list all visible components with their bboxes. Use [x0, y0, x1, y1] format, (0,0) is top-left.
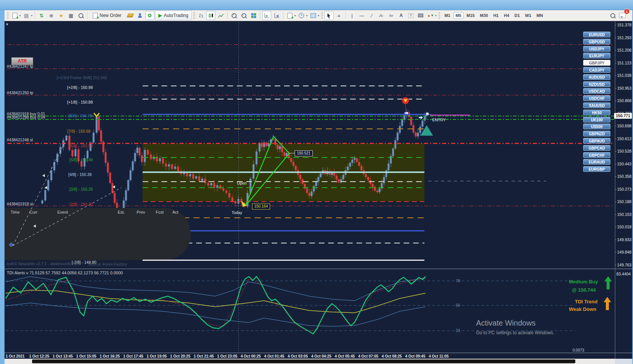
order-label[interactable]: #438401918 sl: [7, 202, 33, 206]
symbol-button-nzdusd[interactable]: NZDUSD: [583, 81, 610, 87]
news-column-header: Fcst: [156, 210, 164, 214]
today-label: Today: [232, 210, 242, 215]
scrollbar-thumb[interactable]: [32, 359, 575, 363]
symbol-button-gbpjpy[interactable]: GBPJPY: [583, 60, 610, 66]
order-sl-line[interactable]: [8, 206, 614, 206]
price-scale-label: 150.018: [617, 225, 631, 229]
time-axis-label: 4 Oct 03:05: [288, 354, 308, 358]
time-axis-label: 4 Oct 04:25: [311, 354, 331, 358]
time-axis-label: 1 Oct 23:05: [217, 354, 237, 358]
time-axis-label: 1 Oct 2021: [6, 354, 25, 358]
price-scale-label: 149.933: [617, 237, 631, 242]
price-scale-label: 151.038: [617, 73, 631, 78]
news-column-header: Act: [172, 210, 178, 214]
price-scale-label: 149.848: [617, 250, 631, 254]
news-column-header: Prev: [137, 210, 145, 214]
scale-divider[interactable]: [615, 21, 615, 359]
order-sl-line[interactable]: [8, 143, 614, 144]
time-axis-label: 4 Oct 05:45: [335, 354, 355, 358]
time-axis-label: 1 Oct 16:25: [100, 354, 120, 358]
buy-entry-arrow[interactable]: [420, 125, 433, 136]
murrey-level-label: [4/8] - 150.39: [68, 172, 92, 177]
symbol-button-xauusd[interactable]: XAUUSD: [583, 102, 610, 108]
symbol-button-usdcad[interactable]: USDCAD: [583, 88, 610, 94]
time-axis-label: 1 Oct 13:45: [53, 354, 73, 358]
news-column-header: Est.: [118, 210, 125, 214]
signal-line[interactable]: [430, 115, 470, 116]
murrey-level-label: [3/8] - 150.29: [69, 187, 93, 191]
price-scale-label: 150.698: [617, 124, 631, 128]
price-scale-label: 150.188: [617, 199, 631, 204]
symbol-button-gbpaud[interactable]: GBPAUD: [583, 138, 610, 144]
order-tp-line[interactable]: [8, 95, 614, 95]
activate-windows-watermark: Activate Windows: [476, 319, 536, 327]
murrey-level-label: [+1/8] - 150.88: [67, 100, 93, 104]
tdi-level-line: [6, 281, 575, 281]
price-scale-label: 151.293: [617, 35, 631, 40]
symbol-button-gbpcad[interactable]: GBPCAD: [583, 145, 610, 151]
today-separator-line[interactable]: [238, 23, 239, 352]
symbol-button-gbpnzd[interactable]: GBPNZD: [583, 131, 610, 136]
extended-level-line[interactable]: [428, 181, 546, 181]
symbol-button-audusd[interactable]: AUDUSD: [583, 74, 610, 80]
news-panel: [5, 208, 191, 260]
order-label[interactable]: #438421250 tp: [7, 90, 33, 95]
activate-windows-watermark-sub: Go to PC settings to activate Windows.: [476, 330, 554, 335]
tdi-level-label: 50: [456, 303, 460, 307]
atr-button[interactable]: ATR: [11, 57, 33, 65]
price-tag-low[interactable]: 150.164: [252, 203, 270, 210]
entry-label[interactable]: ENTRY: [432, 118, 446, 122]
news-column-header: Time: [11, 210, 20, 214]
icefx-credit-label: IceFX NewsInfo v2.7.1 - darkmoonfx.com: [7, 262, 80, 266]
time-axis-label: 1 Oct 17:45: [123, 354, 143, 358]
murrey-7-8-line: [143, 128, 424, 129]
time-axis-label: 1 Oct 20:25: [170, 354, 190, 358]
time-axis-label: 1 Oct 12:25: [29, 354, 49, 358]
symbol-button-usdjpy[interactable]: USDJPY: [583, 46, 610, 52]
murrey-level-label: [8/8] - 150.78: [69, 113, 92, 118]
chart-expand-icon[interactable]: ▾: [6, 22, 8, 27]
time-axis-label: 4 Oct 01:45: [264, 354, 284, 358]
symbol-button-uk100[interactable]: UK100: [583, 117, 610, 122]
symbol-button-eurusd[interactable]: EURUSD: [583, 32, 610, 37]
price-scale-label: 150.953: [617, 86, 631, 90]
price-scale-label: 150.273: [617, 187, 631, 191]
order-tp-line[interactable]: [8, 44, 614, 45]
symbol-button-eurgbp[interactable]: EURGBP: [583, 166, 610, 172]
murrey-frame-shift-label: [+1/3rd Frame Shift] 151.042: [57, 75, 107, 80]
price-scale-label: 150.443: [617, 162, 631, 166]
entry-price-line[interactable]: [143, 114, 431, 115]
price-scale-label: 150.358: [617, 174, 631, 179]
news-column-header: Event: [57, 210, 68, 214]
symbol-button-us500[interactable]: US500: [583, 124, 610, 129]
order-tp-line[interactable]: [8, 69, 614, 69]
order-label[interactable]: #438421298 buy 0.04: [7, 115, 45, 119]
order-label[interactable]: #438421248 sl: [7, 138, 33, 142]
symbol-button-gbpusd[interactable]: GBPUSD: [583, 39, 610, 44]
session-open-line: [143, 181, 424, 182]
scrollbar-corner: [615, 359, 632, 364]
symbol-button-eurjpy[interactable]: EURJPY: [583, 53, 610, 58]
tdi-level-label: 23: [456, 328, 460, 333]
time-axis-label: 1 Oct 15:05: [76, 354, 96, 358]
mt4-window: { "colors": { "chart_bg": "#152038", "ol…: [0, 0, 633, 364]
news-source-label: Source: Forex Factory: [88, 262, 127, 266]
price-scale-label: 151.208: [617, 48, 631, 52]
symbol-button-gbpchf[interactable]: GBPCHF: [583, 152, 610, 158]
price-scale-label: 149.763: [617, 263, 631, 267]
price-tag-connector: [289, 153, 295, 153]
murrey-level-label: [6/8] - 150.59: [69, 144, 93, 148]
symbol-button-usdchf[interactable]: USDCHF: [583, 95, 610, 101]
price-scale-label: 150.528: [617, 149, 631, 153]
panel-divider[interactable]: [5, 269, 632, 269]
order-buy-line[interactable]: [8, 116, 614, 116]
symbol-button-hk50[interactable]: HK50: [583, 110, 610, 115]
tdi-signal-price: @ 150.744: [572, 287, 596, 293]
symbol-button-cadjpy[interactable]: CADJPY: [583, 67, 610, 73]
price-tag-high[interactable]: 150.521: [295, 150, 313, 156]
symbol-button-euraud[interactable]: EURAUD: [583, 159, 610, 165]
time-axis-label: 4 Oct 09:45: [405, 354, 425, 358]
murrey-level-label: [5/8] - 150.49: [69, 158, 93, 162]
indicator-scale-label: 83.4404: [616, 272, 631, 276]
order-buy-line[interactable]: [8, 119, 614, 120]
